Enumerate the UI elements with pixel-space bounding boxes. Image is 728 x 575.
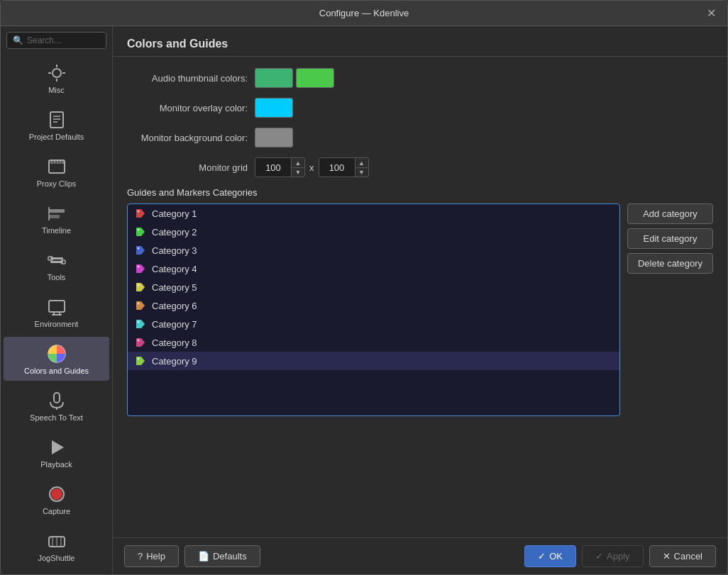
environment-icon [45,296,68,318]
category-tag-icon [135,300,146,311]
category-item[interactable]: Category 9 [128,352,619,370]
search-box[interactable]: 🔍 [6,32,106,49]
category-item[interactable]: Category 3 [128,241,619,259]
monitor-grid-y-input[interactable]: 100 [319,160,355,175]
category-item[interactable]: Category 2 [128,223,619,241]
category-label: Category 2 [152,227,197,238]
sidebar-item-colors-guides[interactable]: Colors and Guides [4,337,109,381]
monitor-grid-spinboxes: 100 ▲ ▼ x 100 ▲ ▼ [255,157,369,177]
categories-panel: Category 1Category 2Category 3Category 4… [127,203,713,416]
category-label: Category 7 [152,319,197,330]
misc-label: Misc [48,86,65,94]
monitor-grid-x-spinbox[interactable]: 100 ▲ ▼ [255,157,305,177]
category-item[interactable]: Category 4 [128,259,619,278]
spinbox-y-up[interactable]: ▲ [355,158,368,167]
ok-icon: ✓ [538,551,546,562]
monitor-grid-row: Monitor grid 100 ▲ ▼ x 100 [127,157,713,177]
sidebar-item-timeline[interactable]: Timeline [4,196,109,240]
edit-category-button[interactable]: Edit category [627,228,713,249]
sidebar-item-jog-shuttle[interactable]: JogShuttle [4,524,109,568]
category-item[interactable]: Category 1 [128,204,619,223]
capture-icon [45,483,68,506]
cancel-label: Cancel [674,551,702,562]
search-icon: 🔍 [13,35,23,45]
search-input[interactable] [27,35,100,45]
category-label: Category 1 [152,208,197,219]
monitor-overlay-swatch[interactable] [255,98,293,118]
help-label: Help [146,551,165,562]
speech-to-text-label: Speech To Text [30,413,83,422]
delete-category-button[interactable]: Delete category [627,253,713,274]
monitor-overlay-label: Monitor overlay color: [127,103,255,113]
category-tag-icon [135,226,146,238]
spinbox-x-buttons: ▲ ▼ [291,158,304,177]
ok-label: OK [549,551,563,562]
project-defaults-icon [45,108,68,131]
help-button[interactable]: ? Help [124,545,179,567]
category-list[interactable]: Category 1Category 2Category 3Category 4… [127,203,620,416]
playback-label: Playback [40,460,72,469]
category-tag-icon [135,245,146,256]
sidebar-item-speech-to-text[interactable]: Speech To Text [4,384,109,428]
category-item[interactable]: Category 7 [128,315,619,333]
content-title: Colors and Guides [113,26,727,57]
sidebar: 🔍 Misc [1,26,113,574]
sidebar-item-transcode[interactable]: Transcode [4,571,109,574]
category-item[interactable]: Category 5 [128,278,619,296]
sidebar-item-environment[interactable]: Environment [4,290,109,334]
capture-label: Capture [43,507,70,515]
monitor-grid-y-spinbox[interactable]: 100 ▲ ▼ [319,157,369,177]
sidebar-item-project-defaults[interactable]: Project Defaults [4,103,109,147]
sidebar-item-misc[interactable]: Misc [4,56,109,100]
svg-point-49 [138,358,140,360]
audio-color1-swatch[interactable] [255,68,293,88]
spinbox-x-up[interactable]: ▲ [292,158,304,167]
category-label: Category 8 [152,337,197,348]
category-item[interactable]: Category 6 [128,296,619,315]
monitor-bg-row: Monitor background color: [127,128,713,147]
category-label: Category 3 [152,245,197,256]
bottom-left-buttons: ? Help 📄 Defaults [124,545,260,567]
monitor-bg-label: Monitor background color: [127,133,255,143]
category-item[interactable]: Category 8 [128,333,619,352]
apply-label: Apply [607,551,630,562]
svg-rect-10 [49,160,65,164]
sidebar-item-tools[interactable]: Tools [4,243,109,287]
speech-to-text-icon [45,389,68,412]
sidebar-item-proxy-clips[interactable]: Proxy Clips [4,150,109,194]
spinbox-x-down[interactable]: ▼ [292,167,304,177]
svg-point-0 [53,69,61,77]
monitor-grid-label: Monitor grid [127,162,255,173]
cancel-button[interactable]: ✕ Cancel [649,545,716,567]
svg-point-48 [138,340,140,342]
defaults-button[interactable]: 📄 Defaults [184,545,260,567]
category-label: Category 6 [152,301,197,311]
window-title: Configure — Kdenlive [25,8,703,18]
monitor-overlay-row: Monitor overlay color: [127,98,713,118]
tools-label: Tools [48,273,66,281]
sidebar-item-capture[interactable]: Capture [4,477,109,521]
close-button[interactable]: ✕ [703,6,719,21]
cancel-icon: ✕ [663,551,671,562]
spinbox-y-down[interactable]: ▼ [355,167,368,177]
category-label: Category 4 [152,264,197,274]
svg-rect-17 [49,215,60,218]
svg-point-45 [138,284,140,286]
add-category-button[interactable]: Add category [627,203,713,224]
ok-button[interactable]: ✓ OK [524,545,576,567]
category-tag-icon [135,281,146,293]
category-tag-icon [135,263,146,274]
sidebar-item-playback[interactable]: Playback [4,430,109,474]
monitor-bg-swatch[interactable] [255,128,293,147]
category-tag-icon [135,355,146,367]
monitor-grid-x-input[interactable]: 100 [255,160,291,175]
apply-button[interactable]: ✓ Apply [582,545,644,567]
guides-section-title: Guides and Markers Categories [127,187,713,198]
help-icon: ? [138,551,143,562]
svg-point-44 [138,266,140,268]
bottom-right-buttons: ✓ OK ✓ Apply ✕ Cancel [524,545,716,567]
timeline-label: Timeline [42,226,71,235]
proxy-clips-icon [45,155,68,178]
audio-color2-swatch[interactable] [296,68,334,88]
defaults-icon: 📄 [198,551,209,562]
